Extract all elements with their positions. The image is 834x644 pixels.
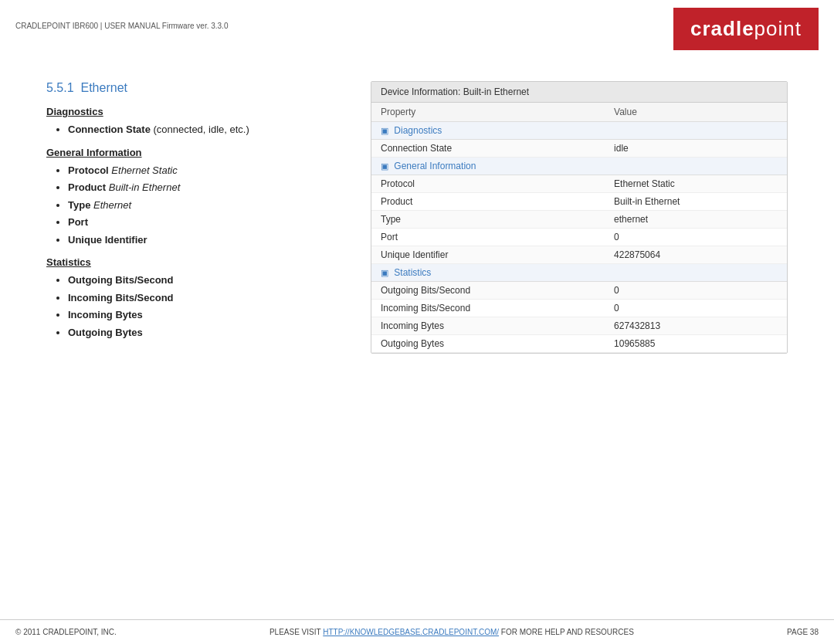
page-footer: © 2011 CRADLEPOINT, INC. PLEASE VISIT HT… (0, 619, 834, 644)
right-column: Device Information: Built-in Ethernet Pr… (371, 81, 788, 354)
section-number: 5.5.1 (46, 81, 74, 94)
property-cell: Connection State (371, 140, 605, 158)
value-cell: 10965885 (605, 335, 787, 353)
value-cell: 422875064 (605, 246, 787, 264)
list-item: Port (68, 215, 340, 230)
table-row: Connection State idle (371, 140, 787, 158)
property-cell: Incoming Bits/Second (371, 300, 605, 317)
logo-box: cradlepoint (673, 8, 819, 50)
footer-right: PAGE 38 (787, 628, 819, 636)
list-item: Type Ethernet (68, 198, 340, 213)
item-bold: Outgoing Bits/Second (68, 274, 174, 286)
value-cell: 627432813 (605, 317, 787, 335)
list-item: Outgoing Bytes (68, 325, 340, 341)
main-content: 5.5.1 Ethernet Diagnostics Connection St… (0, 58, 834, 369)
list-item: Protocol Ethernet Static (68, 163, 340, 178)
item-italic: Ethernet Static (111, 164, 177, 176)
item-bold: Product (68, 181, 106, 193)
item-bold: Outgoing Bytes (68, 327, 143, 338)
value-cell: 0 (605, 300, 787, 317)
statistics-list: Outgoing Bits/Second Incoming Bits/Secon… (46, 273, 340, 340)
section-row-statistics: ▣ Statistics (371, 264, 787, 282)
footer-left: © 2011 CRADLEPOINT, INC. (15, 628, 117, 636)
property-cell: Incoming Bytes (371, 317, 605, 335)
table-row: Incoming Bytes 627432813 (371, 317, 787, 335)
item-bold: Protocol (68, 164, 109, 176)
value-cell: idle (605, 140, 787, 158)
property-cell: Product (371, 193, 605, 211)
section-name: ▣ Statistics (371, 264, 787, 282)
footer-center: PLEASE VISIT HTTP://KNOWLEDGEBASE.CRADLE… (270, 628, 634, 636)
list-item: Incoming Bytes (68, 307, 340, 323)
logo: cradlepoint (690, 17, 802, 41)
collapse-icon: ▣ (381, 161, 388, 171)
left-column: 5.5.1 Ethernet Diagnostics Connection St… (46, 81, 340, 354)
collapse-icon: ▣ (381, 126, 388, 135)
list-item: Product Built-in Ethernet (68, 180, 340, 195)
item-bold: Type (68, 199, 90, 211)
property-cell: Protocol (371, 175, 605, 193)
collapse-icon: ▣ (381, 268, 388, 277)
table-row: Unique Identifier 422875064 (371, 246, 787, 264)
general-info-list: Protocol Ethernet Static Product Built-i… (46, 163, 340, 248)
item-bold: Incoming Bytes (68, 309, 143, 320)
value-cell: ethernet (605, 211, 787, 229)
list-item: Incoming Bits/Second (68, 290, 340, 306)
footer-link[interactable]: HTTP://KNOWLEDGEBASE.CRADLEPOINT.COM/ (323, 628, 499, 636)
value-cell: 0 (605, 229, 787, 246)
table-row: Outgoing Bits/Second 0 (371, 282, 787, 300)
property-cell: Outgoing Bytes (371, 335, 605, 353)
property-cell: Type (371, 211, 605, 229)
footer-center-suffix: FOR MORE HELP AND RESOURCES (501, 628, 634, 636)
item-bold: Incoming Bits/Second (68, 292, 174, 303)
device-table-title: Device Information: Built-in Ethernet (371, 82, 787, 103)
diagnostics-label: Diagnostics (46, 106, 340, 117)
table-row: Protocol Ethernet Static (371, 175, 787, 193)
table-row: Product Built-in Ethernet (371, 193, 787, 211)
table-row: Incoming Bits/Second 0 (371, 300, 787, 317)
value-cell: Built-in Ethernet (605, 193, 787, 211)
general-info-label: General Information (46, 147, 340, 158)
diagnostics-list: Connection State (connected, idle, etc.) (46, 122, 340, 137)
header-meta: CRADLEPOINT IBR600 | USER MANUAL Firmwar… (15, 8, 228, 30)
list-item: Unique Identifier (68, 232, 340, 248)
footer-center-prefix: PLEASE VISIT (270, 628, 323, 636)
item-bold: Connection State (68, 124, 151, 135)
section-row-diagnostics: ▣ Diagnostics (371, 122, 787, 140)
col-property-header: Property (371, 103, 605, 122)
item-italic: Built-in Ethernet (109, 181, 181, 193)
table-row: Port 0 (371, 229, 787, 246)
statistics-label: Statistics (46, 256, 340, 268)
device-info-table-wrapper: Device Information: Built-in Ethernet Pr… (371, 81, 788, 354)
value-cell: Ethernet Static (605, 175, 787, 193)
table-row: Type ethernet (371, 211, 787, 229)
section-name: ▣ Diagnostics (371, 122, 787, 140)
item-bold: Unique Identifier (68, 234, 147, 246)
list-item: Outgoing Bits/Second (68, 273, 340, 288)
list-item: Connection State (connected, idle, etc.) (68, 122, 340, 137)
page-header: CRADLEPOINT IBR600 | USER MANUAL Firmwar… (0, 0, 834, 58)
property-cell: Unique Identifier (371, 246, 605, 264)
table-row: Outgoing Bytes 10965885 (371, 335, 787, 353)
section-title: Ethernet (80, 81, 127, 94)
property-cell: Port (371, 229, 605, 246)
section-heading: 5.5.1 Ethernet (46, 81, 340, 95)
section-row-general: ▣ General Information (371, 158, 787, 175)
section-name: ▣ General Information (371, 158, 787, 175)
item-italic: Ethernet (93, 199, 131, 211)
col-value-header: Value (605, 103, 787, 122)
value-cell: 0 (605, 282, 787, 300)
property-cell: Outgoing Bits/Second (371, 282, 605, 300)
device-table: Property Value ▣ Diagnostics Connection … (371, 103, 787, 353)
item-bold: Port (68, 216, 88, 228)
